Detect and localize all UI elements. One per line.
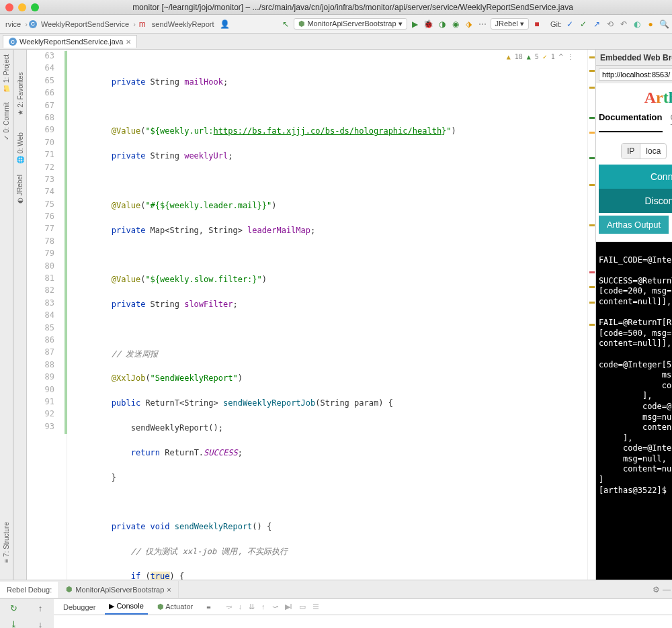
editor-area: 63 64 65 66 67 68 69 70 71 72 73 74 75 7… bbox=[27, 50, 595, 580]
chevron-right-icon: › bbox=[133, 20, 136, 28]
profile-icon[interactable]: ◉ bbox=[450, 19, 461, 30]
gear-icon[interactable]: ⚙ bbox=[650, 584, 661, 595]
window-titlebar: monitor [~/learngit/jojo/monitor] – .../… bbox=[0, 0, 672, 15]
jrebel-combo[interactable]: JRebel ▾ bbox=[491, 18, 529, 30]
crumb-method[interactable]: sendWeeklyReport bbox=[149, 19, 217, 30]
nav-documentation[interactable]: Documentation bbox=[599, 112, 663, 132]
disconnect-button[interactable]: Disconnect bbox=[599, 189, 672, 213]
step-out-icon[interactable]: ↑ bbox=[261, 602, 265, 611]
embedded-web-browser-panel: Embedded Web Browser ⚙ — Go Arthas Docum… bbox=[595, 50, 672, 580]
method-icon: m bbox=[137, 19, 148, 30]
coverage-icon[interactable]: ◑ bbox=[437, 19, 448, 30]
git-commit-icon[interactable]: ✓ bbox=[578, 19, 589, 30]
debug-icon[interactable]: 🐞 bbox=[423, 19, 434, 30]
run-icon[interactable]: ▶ bbox=[410, 19, 421, 30]
debug-side-toolbar: ↻ ⤓ ■ ▣ ⏸ ●● ▤ bbox=[0, 599, 27, 628]
overview-ruler[interactable] bbox=[587, 50, 595, 580]
class-icon: C bbox=[29, 20, 37, 28]
reload-icon[interactable]: ⤓ bbox=[7, 618, 19, 628]
console-tab[interactable]: ▶ Console bbox=[105, 599, 147, 615]
crumb-service[interactable]: rvice bbox=[3, 19, 24, 30]
git-revert-icon[interactable]: ↶ bbox=[618, 19, 629, 30]
class-icon: C bbox=[9, 38, 17, 46]
file-tab-active[interactable]: C WeeklyReportSendService.java ✕ bbox=[3, 35, 137, 48]
hide-icon[interactable]: — bbox=[661, 584, 672, 595]
debug-pane: ↻ ⤓ ■ ▣ ⏸ ●● ▤ ↑ ↓ ⏎ ⇊ 🖶 🗑 Debugger ▶ Co… bbox=[0, 598, 672, 628]
profiler-icon[interactable]: ⬗ bbox=[464, 19, 474, 30]
line-gutter: 63 64 65 66 67 68 69 70 71 72 73 74 75 7… bbox=[27, 50, 67, 580]
actuator-tab[interactable]: ⬢ Actuator bbox=[153, 600, 197, 614]
left-tool-strip: 📁 1: Project ✓ 0: Commit ≡ 7: Structure bbox=[0, 50, 13, 580]
arthas-output-button[interactable]: Arthas Output bbox=[599, 216, 669, 234]
rerun-icon[interactable]: ↻ bbox=[7, 602, 19, 614]
debugger-tab[interactable]: Debugger bbox=[59, 600, 99, 614]
arthas-terminal[interactable]: FAIL_CODE=@Integer[500], SUCCESS=@Return… bbox=[596, 242, 672, 580]
url-input[interactable] bbox=[599, 69, 672, 81]
hammer-icon[interactable]: ↖ bbox=[280, 19, 291, 30]
git-label: Git: bbox=[550, 20, 562, 28]
connect-button[interactable]: Connect bbox=[599, 165, 672, 189]
git-update-icon[interactable]: ✓ bbox=[564, 19, 575, 30]
breadcrumb: rvice › C WeeklyReportSendService › m se… bbox=[3, 19, 217, 30]
main-toolbar: rvice › C WeeklyReportSendService › m se… bbox=[0, 15, 672, 34]
rebel-debug-tab[interactable]: Rebel Debug: bbox=[0, 582, 59, 598]
force-step-icon[interactable]: ⇊ bbox=[249, 602, 255, 611]
run-config-tab[interactable]: ⬢ MonitorApiServerBootstrap × bbox=[59, 581, 179, 598]
down-icon[interactable]: ↓ bbox=[34, 618, 46, 628]
ide-icon[interactable]: ● bbox=[645, 19, 656, 30]
tool-commit[interactable]: ✓ 0: Commit bbox=[3, 102, 10, 140]
maximize-window-icon[interactable] bbox=[31, 3, 39, 11]
minimize-window-icon[interactable] bbox=[18, 3, 26, 11]
close-window-icon[interactable] bbox=[5, 3, 13, 11]
jrebel-icon[interactable]: ◐ bbox=[632, 19, 642, 30]
tool-structure[interactable]: ≡ 7: Structure bbox=[3, 522, 10, 563]
tabs-menu[interactable]: ≡ bbox=[202, 600, 214, 614]
arthas-page: Arthas Documentation Online Tutorials Gi… bbox=[596, 83, 672, 242]
window-title: monitor [~/learngit/jojo/monitor] – .../… bbox=[39, 3, 667, 12]
evaluate-icon[interactable]: ▭ bbox=[299, 602, 306, 611]
file-tab-label: WeeklyReportSendService.java bbox=[19, 38, 123, 46]
trace-icon[interactable]: ☰ bbox=[312, 602, 319, 611]
run-cursor-icon[interactable]: ▶I bbox=[285, 602, 292, 611]
chevron-right-icon: › bbox=[25, 20, 28, 28]
debug-side-toolbar-2: ↑ ↓ ⏎ ⇊ 🖶 🗑 bbox=[27, 599, 54, 628]
editor-tabs: C WeeklyReportSendService.java ✕ bbox=[0, 34, 672, 50]
drop-frame-icon[interactable]: ⤻ bbox=[272, 602, 278, 611]
user-icon[interactable]: 👤 bbox=[220, 19, 230, 30]
attach-icon[interactable]: ⋯ bbox=[477, 19, 488, 30]
tool-project[interactable]: 📁 1: Project bbox=[3, 54, 10, 93]
step-into-icon[interactable]: ↓ bbox=[239, 602, 243, 611]
run-config-combo[interactable]: ⬢ MonitorApiServerBootstrap ▾ bbox=[294, 18, 407, 30]
close-icon[interactable]: ✕ bbox=[126, 38, 131, 46]
left-tool-strip-2: ★ 2: Favorites 🌐 0: Web ◐ JRebel bbox=[13, 50, 27, 580]
ip-input[interactable]: IPloca bbox=[621, 143, 667, 159]
up-icon[interactable]: ↑ bbox=[34, 602, 46, 614]
tool-jrebel[interactable]: ◐ JRebel bbox=[17, 175, 24, 204]
stop-icon[interactable]: ■ bbox=[532, 19, 542, 30]
ewb-title: Embedded Web Browser bbox=[600, 53, 672, 62]
git-history-icon[interactable]: ⟲ bbox=[605, 19, 616, 30]
arthas-logo: Arthas bbox=[644, 89, 672, 107]
search-icon[interactable]: 🔍 bbox=[659, 19, 669, 30]
tool-web[interactable]: 🌐 0: Web bbox=[17, 132, 24, 164]
code-editor[interactable]: ▲18 ▲5 ✓1 ^⋮ private String mailHook; @V… bbox=[67, 50, 587, 580]
run-tool-header: Rebel Debug: ⬢ MonitorApiServerBootstrap… bbox=[0, 580, 672, 598]
crumb-class[interactable]: WeeklyReportSendService bbox=[38, 19, 132, 30]
tool-favorites[interactable]: ★ 2: Favorites bbox=[17, 72, 24, 115]
git-push-icon[interactable]: ↗ bbox=[591, 19, 602, 30]
step-over-icon[interactable]: ⤼ bbox=[226, 602, 232, 611]
